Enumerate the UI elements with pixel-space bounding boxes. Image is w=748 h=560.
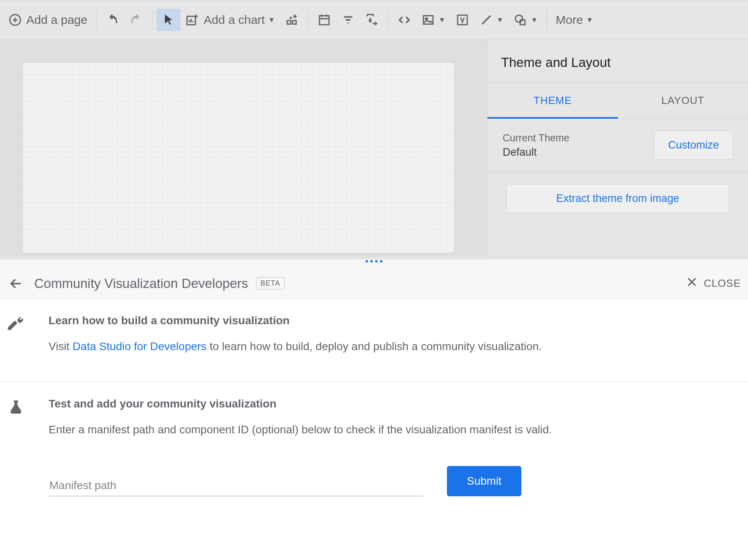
caret-down-icon: ▼ — [497, 16, 504, 24]
close-icon — [685, 276, 698, 291]
test-section: Test and add your community visualizatio… — [0, 382, 748, 523]
svg-rect-10 — [292, 21, 296, 24]
line-icon — [479, 13, 493, 27]
close-label: CLOSE — [704, 277, 741, 290]
toolbar-separator — [308, 10, 308, 29]
learn-text: Visit Data Studio for Developers to lear… — [49, 338, 740, 355]
customize-button[interactable]: Customize — [654, 131, 733, 160]
learn-suffix: to learn how to build, deploy and publis… — [206, 340, 542, 352]
manifest-path-field — [49, 475, 423, 496]
toolbar-separator — [96, 10, 96, 29]
test-desc: Enter a manifest path and component ID (… — [49, 421, 740, 438]
panel-title: Theme and Layout — [488, 40, 748, 82]
url-embed-button[interactable] — [392, 9, 416, 31]
theme-layout-panel: Theme and Layout THEME LAYOUT Current Th… — [487, 40, 748, 257]
wrench-icon — [7, 314, 26, 355]
drawer-body: Learn how to build a community visualiza… — [0, 299, 748, 560]
submit-button[interactable]: Submit — [447, 466, 521, 496]
community-viz-drawer: Community Visualization Developers BETA … — [0, 259, 748, 560]
add-chart-button[interactable]: Add a chart ▼ — [180, 9, 280, 31]
image-button[interactable]: ▼ — [416, 9, 450, 31]
toolbar-separator — [152, 10, 153, 29]
manifest-path-input[interactable] — [49, 475, 423, 496]
developers-link[interactable]: Data Studio for Developers — [72, 340, 206, 352]
undo-icon — [105, 13, 119, 27]
manifest-form: Submit — [49, 466, 740, 496]
report-canvas[interactable] — [22, 62, 454, 253]
caret-down-icon: ▼ — [586, 16, 593, 24]
filter-control-button[interactable] — [336, 9, 360, 31]
drawer-title: Community Visualization Developers — [34, 276, 248, 291]
calendar-icon — [317, 13, 331, 27]
data-control-icon — [365, 13, 379, 27]
beta-badge: BETA — [256, 277, 285, 290]
back-button[interactable] — [7, 275, 25, 292]
svg-line-23 — [482, 16, 490, 24]
tab-theme[interactable]: THEME — [488, 82, 618, 119]
date-range-button[interactable] — [312, 9, 336, 31]
learn-section: Learn how to build a community visualiza… — [0, 299, 748, 382]
code-icon — [397, 13, 411, 27]
canvas-area — [0, 40, 487, 257]
add-page-label: Add a page — [26, 13, 87, 27]
select-tool-button[interactable] — [157, 9, 180, 31]
extract-theme-block: Extract theme from image — [488, 172, 748, 229]
caret-down-icon: ▼ — [268, 16, 275, 24]
drag-dots-icon — [366, 260, 382, 262]
add-chart-label: Add a chart — [204, 13, 264, 27]
test-title: Test and add your community visualizatio… — [49, 397, 740, 410]
chart-plus-icon — [185, 13, 200, 27]
line-button[interactable]: ▼ — [474, 9, 509, 31]
current-theme-block: Current Theme Default Customize — [488, 119, 748, 172]
image-icon — [421, 13, 435, 27]
current-theme-value: Default — [503, 146, 570, 159]
svg-rect-9 — [287, 21, 291, 24]
community-viz-button[interactable] — [280, 9, 304, 31]
drawer-header: Community Visualization Developers BETA … — [0, 268, 748, 299]
toolbar-separator — [546, 10, 547, 29]
current-theme-label: Current Theme — [503, 132, 570, 144]
redo-icon — [129, 13, 143, 27]
caret-down-icon: ▼ — [439, 16, 446, 24]
undo-button[interactable] — [100, 9, 124, 31]
learn-prefix: Visit — [49, 340, 72, 352]
main-toolbar: Add a page Add a chart ▼ ▼ ▼ — [0, 0, 748, 40]
close-button[interactable]: CLOSE — [685, 276, 741, 291]
workspace: Theme and Layout THEME LAYOUT Current Th… — [0, 40, 748, 257]
add-page-button[interactable]: Add a page — [3, 9, 92, 31]
redo-button[interactable] — [124, 9, 148, 31]
data-control-button[interactable] — [360, 9, 384, 31]
blocks-plus-icon — [285, 13, 299, 27]
text-icon — [455, 13, 470, 27]
tab-layout[interactable]: LAYOUT — [618, 82, 748, 118]
extract-theme-button[interactable]: Extract theme from image — [506, 184, 729, 213]
more-label: More — [556, 13, 583, 27]
flask-icon — [7, 397, 26, 496]
drawer-resize-handle[interactable] — [0, 259, 748, 268]
toolbar-separator — [388, 10, 388, 29]
filter-icon — [341, 13, 355, 27]
learn-title: Learn how to build a community visualiza… — [49, 314, 740, 327]
more-button[interactable]: More ▼ — [551, 9, 598, 31]
plus-circle-icon — [8, 13, 22, 27]
text-button[interactable] — [450, 9, 474, 31]
cursor-icon — [161, 13, 176, 27]
shape-icon — [513, 13, 527, 27]
caret-down-icon: ▼ — [531, 16, 538, 24]
panel-tabs: THEME LAYOUT — [488, 82, 748, 119]
svg-point-24 — [515, 15, 523, 22]
svg-rect-13 — [319, 16, 329, 25]
shape-button[interactable]: ▼ — [508, 9, 542, 31]
